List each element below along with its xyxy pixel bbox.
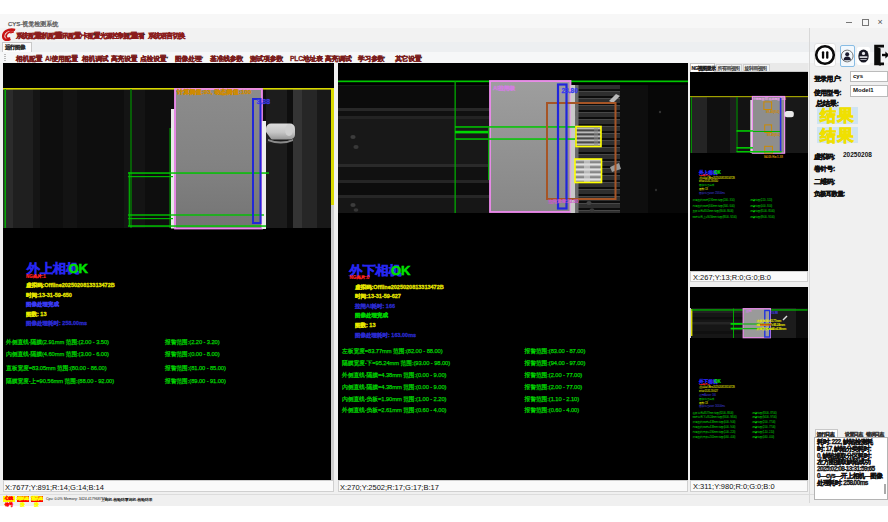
svg-text:报警范围:(2.00 - 77.00): 报警范围:(2.00 - 77.00) bbox=[524, 371, 583, 379]
svg-text:报警范围:(83.00 - 87.00): 报警范围:(83.00 - 87.00) bbox=[752, 411, 777, 415]
svg-text:NG光片:1: NG光片:1 bbox=[26, 274, 46, 279]
svg-text:直板宽度=83.05mm 范围:(80.00 - 86.00: 直板宽度=83.05mm 范围:(80.00 - 86.00) bbox=[6, 365, 107, 372]
svg-text:隔膜宽度-上=90.56mm 范围:(88.00 - 92.: 隔膜宽度-上=90.56mm 范围:(88.00 - 92.00) bbox=[693, 215, 737, 219]
svg-text:报警范围:(0.60 - 4.00): 报警范围:(0.60 - 4.00) bbox=[752, 435, 774, 439]
svg-text:图像处理耗时: 258.00ms: 图像处理耗时: 258.00ms bbox=[699, 191, 726, 195]
svg-text:图数: 13: 图数: 13 bbox=[355, 322, 375, 329]
svg-text:图像处理耗时: 163.00ms: 图像处理耗时: 163.00ms bbox=[699, 404, 726, 408]
svg-text:虚拟码:Offline2025020813313472B: 虚拟码:Offline2025020813313472B bbox=[355, 284, 444, 291]
svg-text:外侧直线-隔膜=4.38mm: 外侧直线-隔膜=4.38mm bbox=[755, 327, 786, 331]
svg-text:直板宽度=83.05mm 范围:(80.00 - 86.00: 直板宽度=83.05mm 范围:(80.00 - 86.00) bbox=[693, 209, 734, 213]
svg-text:报警范围:(0.00 - 8.00): 报警范围:(0.00 - 8.00) bbox=[750, 204, 772, 208]
svg-text:隔膜宽度-下=95.24mm 范围:(93.00 - 98.: 隔膜宽度-下=95.24mm 范围:(93.00 - 98.00) bbox=[693, 415, 737, 419]
svg-text:报警范围:(94.00 - 97.00): 报警范围:(94.00 - 97.00) bbox=[524, 359, 586, 367]
svg-text:报警范围:(0.00 - 8.00): 报警范围:(0.00 - 8.00) bbox=[164, 350, 220, 358]
svg-text:报警范围:(81.00 - 85.00): 报警范围:(81.00 - 85.00) bbox=[750, 209, 775, 213]
svg-text:报警范围:(89.00 - 91.00): 报警范围:(89.00 - 91.00) bbox=[164, 377, 226, 385]
svg-text:内侧直线-隔膜(4.60mm 范围:(3.00 - 6.00: 内侧直线-隔膜(4.60mm 范围:(3.00 - 6.00) bbox=[6, 350, 109, 358]
svg-text:报警范围:(2.20 - 3.20): 报警范围:(2.20 - 3.20) bbox=[750, 198, 772, 202]
svg-text:外侧直线-隔膜=4.38mm 范围:(0.00 - 9.00: 外侧直线-隔膜=4.38mm 范围:(0.00 - 9.00) bbox=[693, 420, 736, 424]
svg-text:OK: OK bbox=[69, 261, 89, 276]
svg-text:图像处理耗时: 163.00ms: 图像处理耗时: 163.00ms bbox=[355, 332, 416, 339]
svg-text:3.88: 3.88 bbox=[257, 98, 271, 105]
svg-text:NG光片:0: NG光片:0 bbox=[350, 275, 370, 280]
svg-text:报警范围:(1.10 - 2.10): 报警范围:(1.10 - 2.10) bbox=[752, 430, 774, 434]
svg-text:94.05 Ra:1.38: 94.05 Ra:1.38 bbox=[764, 155, 783, 159]
svg-text:报警范围:(81.00 - 85.00): 报警范围:(81.00 - 85.00) bbox=[164, 364, 226, 372]
svg-text:报警范围:(89.00 - 91.00): 报警范围:(89.00 - 91.00) bbox=[750, 215, 775, 219]
svg-text:报警范围:(94.00 - 97.00): 报警范围:(94.00 - 97.00) bbox=[752, 415, 777, 419]
svg-text:报警范围:(83.00 - 87.00): 报警范围:(83.00 - 87.00) bbox=[524, 347, 586, 355]
svg-text:OK: OK bbox=[391, 263, 411, 278]
svg-text:AI拉闸极: AI拉闸极 bbox=[493, 85, 516, 92]
svg-text:报警范围:(2.00 - 77.00): 报警范围:(2.00 - 77.00) bbox=[524, 383, 583, 391]
svg-text:23.88: 23.88 bbox=[771, 311, 779, 315]
svg-text:内侧直线-隔膜=4.38mm 范围:(0.00 - 9.00: 内侧直线-隔膜=4.38mm 范围:(0.00 - 9.00) bbox=[342, 383, 446, 391]
svg-text:左板宽度=83.77mm 范围:(82.00 - 88.00: 左板宽度=83.77mm 范围:(82.00 - 88.00) bbox=[342, 348, 443, 355]
svg-text:内侧直线-隔膜(4.60mm 范围:(3.00 - 6.00: 内侧直线-隔膜(4.60mm 范围:(3.00 - 6.00) bbox=[693, 204, 735, 208]
svg-text:23.80: 23.80 bbox=[562, 87, 579, 94]
svg-text:外侧直线-隔膜(2.91mm 范围:(2.00 - 3.50: 外侧直线-隔膜(2.91mm 范围:(2.00 - 3.50) bbox=[5, 338, 109, 346]
svg-text:外侧直线-隔膜(2.91mm 范围:(2.00 - 3.50: 外侧直线-隔膜(2.91mm 范围:(2.00 - 3.50) bbox=[693, 198, 735, 202]
svg-text:虚拟码:Offline2025020813313472B: 虚拟码:Offline2025020813313472B bbox=[26, 282, 115, 289]
svg-text:OK: OK bbox=[714, 379, 722, 384]
svg-text:外侧直线-隔膜=4.38mm 范围:(0.00 - 9.00: 外侧直线-隔膜=4.38mm 范围:(0.00 - 9.00) bbox=[341, 371, 446, 379]
svg-text:左板宽度=83.77mm 范围:(82.00 - 88.00: 左板宽度=83.77mm 范围:(82.00 - 88.00) bbox=[693, 411, 734, 415]
svg-text:隔膜宽度-下=95.24mm 范围:(93.00 - 98.: 隔膜宽度-下=95.24mm 范围:(93.00 - 98.00) bbox=[342, 359, 450, 367]
svg-text:报警范围:(2.00 - 77.00): 报警范围:(2.00 - 77.00) bbox=[752, 425, 775, 429]
svg-text:外侧直线-负板=2.61mm 范围:(0.60 - 4.00: 外侧直线-负板=2.61mm 范围:(0.60 - 4.00) bbox=[341, 406, 446, 414]
svg-text:报警范围:(2.20 - 3.20): 报警范围:(2.20 - 3.20) bbox=[164, 338, 220, 346]
svg-text:98.46(8.0): 98.46(8.0) bbox=[766, 110, 780, 114]
svg-text:拉闸: 拉闸 bbox=[746, 309, 752, 313]
svg-text:图像处理完成: 图像处理完成 bbox=[26, 301, 60, 308]
svg-text:时间:13-31-59-627: 时间:13-31-59-627 bbox=[355, 293, 401, 300]
svg-text:98.48(8.0): 98.48(8.0) bbox=[767, 133, 781, 137]
svg-text:报警范围:(0.60 - 4.00): 报警范围:(0.60 - 4.00) bbox=[524, 406, 580, 414]
svg-text:OK: OK bbox=[714, 170, 722, 175]
svg-text:图数: 13: 图数: 13 bbox=[26, 311, 46, 318]
svg-text:内侧直线-隔膜=4.38mm 范围:(0.00 - 9.00: 内侧直线-隔膜=4.38mm 范围:(0.00 - 9.00) bbox=[693, 425, 736, 429]
svg-text:计算阈值:93, 动态阈值:100: 计算阈值:93, 动态阈值:100 bbox=[176, 88, 252, 96]
svg-text:图像处理耗时: 258.00ms: 图像处理耗时: 258.00ms bbox=[26, 320, 87, 327]
svg-text:内侧直线-负板=1.90mm 范围:(1.00 - 2.20: 内侧直线-负板=1.90mm 范围:(1.00 - 2.20) bbox=[342, 396, 446, 403]
svg-text:内侧直线-负板=1.90mm 范围:(1.00 - 2.20: 内侧直线-负板=1.90mm 范围:(1.00 - 2.20) bbox=[693, 430, 736, 434]
svg-text:时间:13-31-59-650: 时间:13-31-59-650 bbox=[26, 292, 72, 299]
svg-text:隔膜宽度-上=90.56mm 范围:(88.00 - 92.: 隔膜宽度-上=90.56mm 范围:(88.00 - 92.00) bbox=[6, 377, 114, 385]
svg-text:报警范围:(2.00 - 77.00): 报警范围:(2.00 - 77.00) bbox=[752, 420, 775, 424]
svg-text:报警范围:(1.10 - 2.10): 报警范围:(1.10 - 2.10) bbox=[524, 395, 580, 403]
svg-text:图像处理完成: 图像处理完成 bbox=[355, 312, 389, 319]
svg-text:外侧直线-负板=2.61mm 范围:(0.60 - 4.00: 外侧直线-负板=2.61mm 范围:(0.60 - 4.00) bbox=[693, 435, 736, 439]
svg-text:拉闸AI耗时: 166: 拉闸AI耗时: 166 bbox=[354, 303, 395, 310]
